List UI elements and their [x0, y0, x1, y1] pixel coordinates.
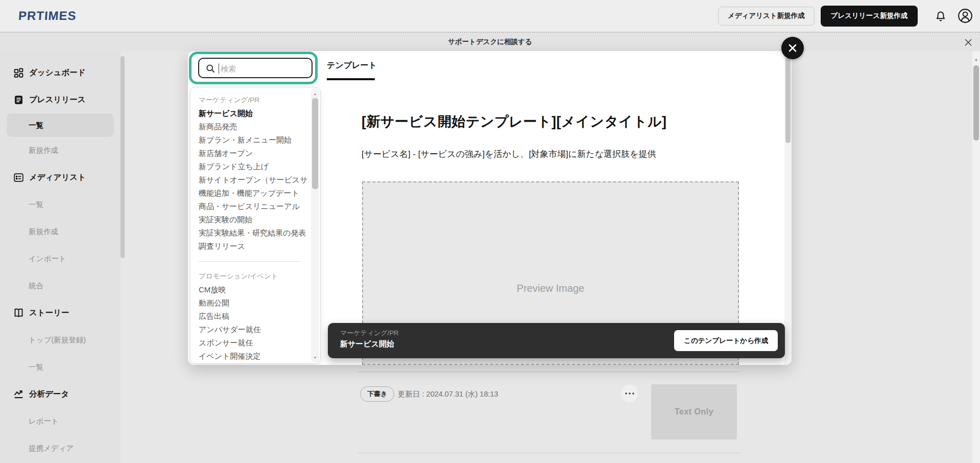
preview-scrollbar	[784, 51, 792, 365]
support-desk-banner: サポートデスクに相談する	[0, 32, 980, 51]
draft-thumbnail[interactable]: Text Only	[651, 384, 737, 439]
ellipsis-icon	[625, 392, 634, 395]
sidebar-item-label: トップ(新規登録)	[29, 335, 86, 345]
sidebar-section-メディアリスト[interactable]: メディアリスト	[0, 164, 121, 191]
search-icon	[205, 63, 216, 74]
preview-title: [新サービス開始テンプレート][メインタイトル]	[362, 112, 770, 131]
sidebar-item-トップ(新規登録)[interactable]: トップ(新規登録)	[0, 327, 121, 354]
prtimes-logo: PRTIMES	[18, 9, 77, 23]
tab-template[interactable]: テンプレート	[327, 60, 377, 71]
template-category-header: プロモーション/イベント	[199, 270, 309, 283]
template-list-item[interactable]: スポンサー就任	[199, 336, 309, 350]
sidebar-item-label: 提携メディア	[29, 444, 74, 453]
story-book-icon	[13, 308, 24, 318]
template-list-item[interactable]: 調査リリース	[199, 240, 309, 253]
sidebar-item-新規作成[interactable]: 新規作成	[0, 137, 121, 164]
create-from-template-button[interactable]: このテンプレートから作成	[674, 330, 778, 351]
page-scrollbar: ▲	[972, 51, 980, 463]
app-screen: PRTIMES メディアリスト新規作成 プレスリリース新規作成 サポートデスクに…	[0, 0, 980, 463]
template-list-item[interactable]: 機能追加・機能アップデート	[199, 187, 309, 200]
page-scrollbar-thumb[interactable]	[973, 65, 979, 141]
sidebar-item-label: レポート	[29, 416, 59, 426]
media-list-icon	[13, 172, 24, 183]
list-scroll-up-arrow-icon[interactable]: ▲	[311, 89, 319, 98]
sidebar-section-label: ストーリー	[29, 308, 69, 318]
dashboard-icon	[13, 67, 24, 78]
template-list-item[interactable]: 動画公開	[199, 296, 309, 310]
template-list-item[interactable]: 新ブランド立ち上げ	[199, 160, 309, 173]
account-avatar-icon[interactable]	[958, 8, 973, 24]
sidebar-item-label: 一覧	[29, 362, 43, 372]
selected-template-category: マーケティング/PR	[340, 329, 399, 338]
top-header: PRTIMES メディアリスト新規作成 プレスリリース新規作成	[0, 0, 980, 32]
sidebar-item-label: 新規作成	[29, 227, 58, 237]
preview-subtitle: [サービス名] - [サービスの強み]を活かし、[対象市場]に新たな選択肢を提供	[362, 148, 780, 160]
sidebar-item-一覧[interactable]: 一覧	[7, 113, 114, 137]
template-list-item[interactable]: アンバサダー就任	[199, 323, 309, 336]
template-list-item[interactable]: 実証実験の開始	[199, 213, 309, 226]
template-list: マーケティング/PR新サービス開始新商品発売新プラン・新メニュー開始新店舗オープ…	[190, 87, 309, 363]
preview-image-label: Preview Image	[363, 283, 738, 294]
template-list-item[interactable]: 商品・サービスリニューアル	[199, 200, 309, 213]
support-desk-link[interactable]: サポートデスクに相談する	[448, 37, 532, 47]
search-field[interactable]	[198, 58, 313, 78]
template-list-item[interactable]: 新店舗オープン	[199, 147, 309, 160]
tab-active-underline	[327, 78, 375, 80]
status-badge: 下書き	[360, 386, 394, 402]
sidebar-item-統合[interactable]: 統合	[0, 272, 121, 299]
template-list-item[interactable]: 新商品発売	[199, 120, 309, 133]
page-scroll-up-arrow-icon[interactable]: ▲	[972, 55, 980, 63]
preview-scrollbar-thumb[interactable]	[785, 57, 791, 143]
sidebar-section-label: 分析データ	[29, 389, 69, 400]
sidebar-item-label: 新規作成	[29, 146, 58, 155]
header-actions: メディアリスト新規作成 プレスリリース新規作成	[718, 0, 980, 32]
press-release-create-button[interactable]: プレスリリース新規作成	[821, 6, 918, 27]
sidebar-section-プレスリリース[interactable]: プレスリリース	[0, 86, 121, 113]
sidebar-item-レポート[interactable]: レポート	[0, 408, 121, 435]
sidebar-item-インポート[interactable]: インポート	[0, 245, 121, 272]
template-list-item[interactable]: 実証実験結果・研究結果の発表	[199, 226, 309, 240]
template-list-scrollbar-thumb[interactable]	[312, 98, 318, 189]
sidebar-item-label: 統合	[29, 281, 43, 291]
notification-bell-icon[interactable]	[934, 9, 947, 22]
thumbnail-label: Text Only	[675, 407, 713, 416]
media-list-create-button[interactable]: メディアリスト新規作成	[718, 7, 815, 26]
sidebar-section-分析データ[interactable]: 分析データ	[0, 381, 121, 408]
template-list-item[interactable]: 新サービス開始	[199, 107, 309, 120]
template-list-item[interactable]: 新プラン・新メニュー開始	[199, 133, 309, 147]
sidebar-section-ダッシュボード[interactable]: ダッシュボード	[0, 59, 121, 86]
sidebar-item-label: インポート	[29, 254, 66, 264]
banner-close-icon[interactable]	[964, 38, 973, 47]
template-list-item[interactable]: 広告出稿	[199, 310, 309, 323]
sidebar-section-label: プレスリリース	[29, 95, 86, 105]
sidebar-scrollbar-thumb[interactable]	[121, 56, 125, 258]
sidebar-item-label: 一覧	[29, 200, 43, 210]
sidebar-nav: ダッシュボード プレスリリース 一覧 新規作成 メディアリスト 一覧 新規作成 …	[0, 51, 121, 463]
sidebar-section-label: ダッシュボード	[29, 67, 86, 78]
sidebar-item-新規作成[interactable]: 新規作成	[0, 218, 121, 245]
updated-date-label: 更新日 : 2024.07.31 (水) 18:13	[398, 389, 498, 399]
sidebar-item-label: 一覧	[29, 121, 43, 130]
modal-close-button[interactable]	[781, 37, 804, 59]
template-list-panel: マーケティング/PR新サービス開始新商品発売新プラン・新メニュー開始新店舗オープ…	[190, 87, 321, 364]
template-list-scrollbar: ▲ ▼	[311, 88, 319, 362]
template-list-item[interactable]: 新サイトオープン（サービスサ…	[199, 173, 309, 187]
list-row-divider-bottom	[357, 453, 740, 453]
close-icon	[788, 43, 797, 53]
list-scroll-down-arrow-icon[interactable]: ▼	[311, 353, 319, 361]
press-release-icon	[13, 95, 24, 105]
template-category-header: マーケティング/PR	[199, 94, 309, 107]
row-more-menu-button[interactable]	[621, 385, 638, 402]
sidebar-item-一覧[interactable]: 一覧	[0, 191, 121, 218]
template-list-divider	[199, 261, 301, 262]
list-row-divider-top	[357, 372, 740, 372]
sidebar-section-label: メディアリスト	[29, 172, 86, 183]
sidebar-item-一覧[interactable]: 一覧	[0, 354, 121, 381]
template-list-item[interactable]: CM放映	[199, 283, 309, 296]
text-caret	[219, 63, 219, 74]
sidebar-section-ストーリー[interactable]: ストーリー	[0, 299, 121, 327]
template-list-item[interactable]: イベント開催決定	[199, 350, 309, 363]
search-input[interactable]	[220, 60, 312, 77]
analytics-chart-icon	[13, 389, 24, 400]
sidebar-item-提携メディア[interactable]: 提携メディア	[0, 435, 121, 462]
